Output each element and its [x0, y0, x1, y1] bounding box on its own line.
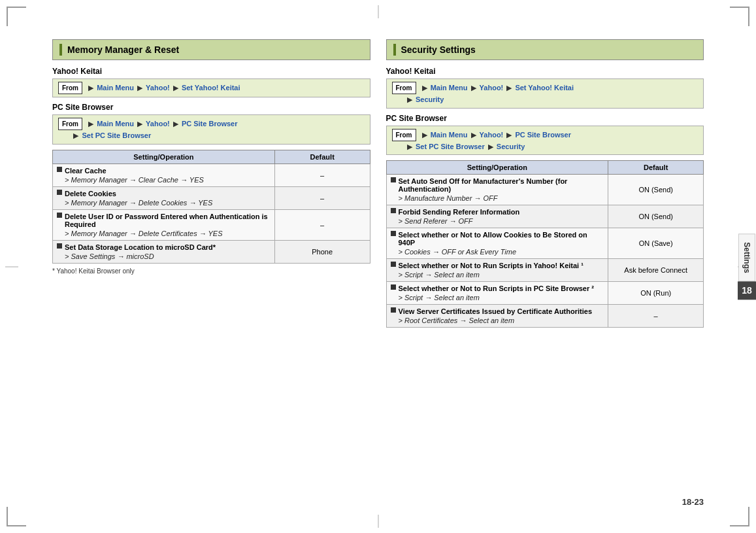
square-bullet-icon — [391, 208, 396, 213]
operation-sub: > Memory Manager → Delete Certificates →… — [57, 230, 271, 237]
center-mark-left — [5, 266, 18, 267]
table-row: Set Auto Send Off for Manufacturer's Num… — [386, 175, 704, 205]
operation-title: Select whether or Not to Run Scripts in … — [391, 262, 604, 269]
left-column: Memory Manager & Reset Yahoo! Keitai Fro… — [52, 39, 370, 494]
operation-title: Set Data Storage Location to microSD Car… — [57, 243, 271, 251]
right-from-badge-2: From — [392, 129, 416, 141]
left-yahoo-keitai-label: Yahoo! Keitai — [52, 67, 370, 76]
right-yahoo-keitai-label: Yahoo! Keitai — [386, 67, 704, 76]
operation-title: Delete Cookies — [57, 190, 271, 198]
settings-tab: Settings 18 — [738, 233, 756, 300]
square-bullet-icon — [57, 213, 62, 218]
default-value: ON (Send) — [608, 175, 704, 205]
right-path1: From ▶ Main Menu ▶ Yahoo! ▶ Set Yahoo! K… — [386, 78, 704, 109]
center-mark-bottom — [378, 515, 378, 528]
left-path1: From ▶ Main Menu ▶ Yahoo! ▶ Set Yahoo! K… — [52, 78, 370, 97]
square-bullet-icon — [391, 262, 396, 267]
operation-sub: > Script → Select an item — [391, 294, 604, 301]
square-bullet-icon — [391, 177, 396, 182]
right-header-title: Security Settings — [401, 44, 476, 55]
operation-sub: > Manufacture Number → OFF — [391, 194, 604, 202]
operation-sub: > Root Certificates → Select an item — [391, 317, 604, 324]
operation-title: Forbid Sending Referer Information — [391, 208, 604, 216]
square-bullet-icon — [57, 167, 62, 172]
default-value: ON (Run) — [608, 282, 704, 305]
default-value: – — [274, 209, 370, 240]
left-footnote: * Yahoo! Keitai Browser only — [52, 267, 370, 275]
default-value: – — [608, 305, 704, 328]
table-row: Delete Cookies> Memory Manager → Delete … — [53, 186, 370, 209]
operation-title: View Server Certificates Issued by Certi… — [391, 307, 604, 315]
default-value: – — [274, 163, 370, 186]
default-value: – — [274, 186, 370, 209]
operation-title: Select whether or Not to Allow Cookies t… — [391, 231, 604, 247]
table-row: Delete User ID or Password Entered when … — [53, 209, 370, 240]
header-bar — [59, 44, 62, 56]
operation-sub: > Save Settings → microSD — [57, 252, 271, 260]
default-value: Phone — [274, 240, 370, 263]
right-pc-site-label: PC Site Browser — [386, 114, 704, 123]
right-col2-header: Default — [608, 161, 704, 175]
operation-sub: > Send Referer → OFF — [391, 217, 604, 225]
square-bullet-icon — [391, 307, 396, 313]
square-bullet-icon — [57, 190, 62, 195]
corner-mark-tl — [7, 7, 26, 26]
corner-mark-bl — [7, 507, 26, 526]
operation-sub: > Cookies → OFF or Ask Every Time — [391, 248, 604, 256]
table-row: Select whether or Not to Allow Cookies t… — [386, 228, 704, 259]
left-from-badge-1: From — [58, 82, 82, 94]
default-value: ON (Save) — [608, 228, 704, 259]
square-bullet-icon — [57, 243, 62, 249]
table-row: Select whether or Not to Run Scripts in … — [386, 259, 704, 282]
operation-title: Select whether or Not to Run Scripts in … — [391, 284, 604, 292]
table-row: View Server Certificates Issued by Certi… — [386, 305, 704, 328]
right-column: Security Settings Yahoo! Keitai From ▶ M… — [386, 39, 704, 494]
corner-mark-tr — [730, 7, 749, 26]
right-section-header: Security Settings — [386, 39, 704, 60]
operation-sub: > Memory Manager → Delete Cookies → YES — [57, 199, 271, 207]
left-header-title: Memory Manager & Reset — [67, 44, 179, 55]
page-number: 18-23 — [682, 497, 704, 507]
square-bullet-icon — [391, 231, 396, 236]
settings-tab-label: Settings — [738, 233, 755, 281]
default-value: ON (Send) — [608, 205, 704, 228]
left-path2: From ▶ Main Menu ▶ Yahoo! ▶ PC Site Brow… — [52, 114, 370, 145]
left-pc-site-label: PC Site Browser — [52, 103, 370, 112]
left-from-badge-2: From — [58, 118, 82, 130]
left-section-header: Memory Manager & Reset — [52, 39, 370, 60]
square-bullet-icon — [391, 284, 396, 290]
left-col1-header: Setting/Operation — [53, 150, 275, 163]
default-value: Ask before Connect — [608, 259, 704, 282]
operation-title: Clear Cache — [57, 167, 271, 175]
settings-tab-number: 18 — [738, 281, 756, 300]
right-header-bar — [393, 44, 396, 56]
right-from-badge-1: From — [392, 82, 416, 94]
left-table: Setting/Operation Default Clear Cache> M… — [52, 150, 370, 264]
table-row: Forbid Sending Referer Information> Send… — [386, 205, 704, 228]
table-row: Select whether or Not to Run Scripts in … — [386, 282, 704, 305]
table-row: Clear Cache> Memory Manager → Clear Cach… — [53, 163, 370, 186]
center-mark-top — [378, 5, 378, 18]
left-col2-header: Default — [274, 150, 370, 163]
right-path2: From ▶ Main Menu ▶ Yahoo! ▶ PC Site Brow… — [386, 126, 704, 156]
operation-sub: > Memory Manager → Clear Cache → YES — [57, 176, 271, 184]
operation-title: Set Auto Send Off for Manufacturer's Num… — [391, 177, 604, 193]
right-col1-header: Setting/Operation — [386, 161, 608, 175]
corner-mark-br — [730, 507, 749, 526]
operation-title: Delete User ID or Password Entered when … — [57, 213, 271, 228]
table-row: Set Data Storage Location to microSD Car… — [53, 240, 370, 263]
right-table: Setting/Operation Default Set Auto Send … — [386, 160, 704, 328]
operation-sub: > Script → Select an item — [391, 271, 604, 279]
